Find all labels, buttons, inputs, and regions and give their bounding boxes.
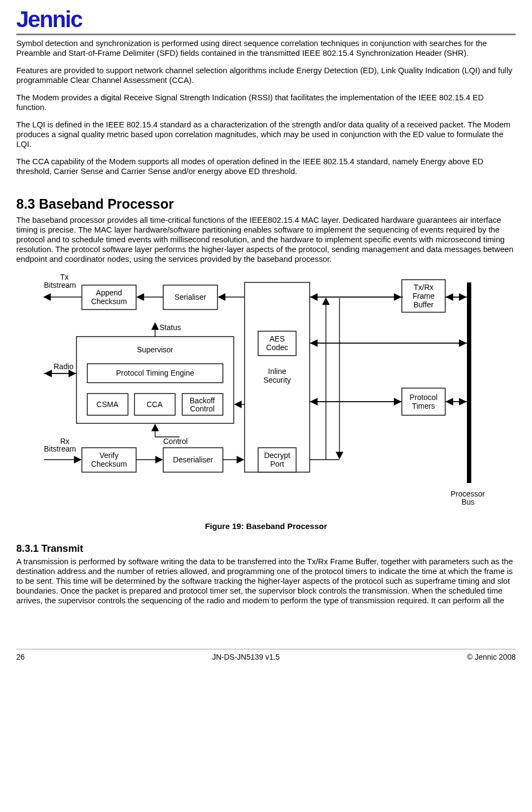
heading-8-3: 8.3 Baseband Processor: [16, 196, 516, 212]
para-baseband: The baseband processor provides all time…: [16, 215, 516, 264]
text-backoff-1: Backoff: [189, 396, 215, 404]
text-backoff-2: Control: [190, 404, 214, 413]
footer-page: 26: [16, 653, 25, 661]
para-features: Features are provided to support network…: [16, 66, 516, 85]
label-control: Control: [163, 437, 188, 446]
heading-8-3-1: 8.3.1 Transmit: [16, 543, 516, 555]
text-pte: Protocol Timing Engine: [116, 368, 194, 377]
text-supervisor: Supervisor: [137, 345, 173, 353]
text-append-2: Checksum: [91, 297, 126, 305]
label-tx-2: Bitstream: [44, 281, 76, 289]
para-synchro: Symbol detection and synchronization is …: [16, 38, 516, 58]
processor-bus-bar: [467, 282, 471, 483]
text-append-1: Append: [95, 288, 121, 297]
para-lqi: The LQI is defined in the IEEE 802.15.4 …: [16, 120, 516, 149]
text-inline-2: Security: [263, 375, 291, 384]
text-cca: CCA: [146, 399, 163, 408]
text-aes-2: Codec: [266, 343, 287, 351]
text-decrypt-1: Decrypt: [264, 450, 290, 459]
label-tx-1: Tx: [60, 273, 69, 281]
text-verify-1: Verify: [99, 450, 118, 459]
text-decrypt-2: Port: [270, 459, 284, 468]
text-verify-2: Checksum: [91, 459, 126, 468]
brand-logo: Jennic: [16, 7, 516, 33]
page-footer: 26 JN-DS-JN5139 v1.5 © Jennic 2008: [16, 649, 516, 661]
figure-caption: Figure 19: Baseband Processor: [28, 521, 505, 531]
figure-19: Processor Bus Append Checksum Serialiser…: [28, 272, 505, 531]
para-cca: The CCA capability of the Modem supports…: [16, 157, 516, 176]
text-serialiser: Serialiser: [174, 292, 206, 301]
label-radio: Radio: [54, 362, 74, 371]
para-transmit: A transmission is performed by software …: [16, 557, 516, 605]
text-aes-1: AES: [269, 334, 284, 343]
text-inline-1: Inline: [268, 366, 286, 375]
label-bus: Bus: [462, 498, 475, 506]
label-status: Status: [159, 323, 181, 332]
text-txrx-1: Tx/Rx: [413, 282, 433, 291]
footer-doc: JN-DS-JN5139 v1.5: [212, 653, 280, 661]
para-rssi: The Modem provides a digital Receive Sig…: [16, 93, 516, 112]
text-deserialiser: Deserialiser: [173, 455, 213, 463]
text-csma: CSMA: [96, 399, 118, 408]
header-rule: [16, 34, 516, 35]
text-ptimers-2: Timers: [412, 401, 434, 410]
text-txrx-2: Frame: [412, 291, 434, 300]
label-processor: Processor: [451, 489, 485, 498]
text-txrx-3: Buffer: [413, 300, 433, 308]
footer-copyright: © Jennic 2008: [467, 653, 516, 661]
label-rx-2: Bitstream: [44, 444, 76, 453]
text-ptimers-1: Protocol: [409, 392, 437, 401]
